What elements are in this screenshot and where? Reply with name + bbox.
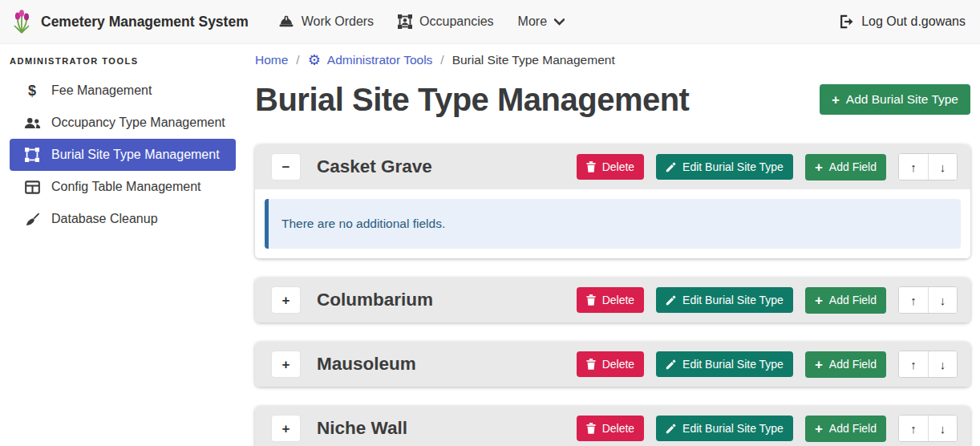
logout-icon (839, 14, 854, 29)
move-up-button[interactable]: ↑ (899, 351, 928, 377)
breadcrumb-admin-tools-link[interactable]: ⚙ Administrator Tools (308, 53, 433, 67)
add-field-button[interactable]: + Add Field (805, 416, 886, 442)
sidebar-item-fee-management[interactable]: $ Fee Management (10, 75, 236, 107)
edit-burial-site-type-button[interactable]: Edit Burial Site Type (656, 287, 793, 313)
delete-button[interactable]: Delete (577, 287, 644, 313)
app-title: Cemetery Management System (41, 14, 249, 30)
reorder-buttons: ↑ ↓ (898, 153, 958, 180)
reorder-buttons: ↑ ↓ (898, 351, 958, 378)
table-icon (23, 180, 41, 194)
delete-label: Delete (602, 358, 634, 371)
add-field-button[interactable]: + Add Field (805, 351, 886, 378)
move-down-button[interactable]: ↓ (928, 287, 957, 313)
main-content: Home / ⚙ Administrator Tools / Burial Si… (249, 44, 980, 446)
breadcrumb-home-link[interactable]: Home (255, 53, 288, 67)
edit-label: Edit Burial Site Type (682, 294, 784, 306)
occupancy-frame-icon (398, 14, 412, 29)
nav-label: More (518, 14, 547, 29)
plus-icon: + (815, 160, 823, 174)
card-actions: Delete Edit Burial Site Type (577, 351, 958, 378)
pencil-icon (666, 295, 676, 306)
burial-site-type-card: − Casket Grave Delete (255, 144, 970, 258)
expand-toggle-button[interactable]: + (271, 351, 301, 378)
sidebar-heading: ADMINISTRATOR TOOLS (0, 50, 249, 75)
add-field-button[interactable]: + Add Field (805, 287, 886, 314)
delete-label: Delete (602, 160, 634, 173)
broom-icon (23, 212, 41, 226)
expand-toggle-button[interactable]: + (271, 415, 301, 442)
trash-icon (586, 294, 596, 306)
move-up-button[interactable]: ↑ (899, 287, 928, 313)
edit-label: Edit Burial Site Type (682, 160, 784, 173)
trash-icon (586, 161, 596, 172)
nav-label: Work Orders (302, 14, 374, 29)
expand-toggle-button[interactable]: + (271, 286, 301, 314)
breadcrumb-separator: / (440, 53, 443, 67)
sidebar-item-label: Occupancy Type Management (51, 116, 225, 130)
collapse-toggle-button[interactable]: − (271, 153, 301, 180)
move-up-button[interactable]: ↑ (899, 154, 928, 180)
sidebar-item-config-table-management[interactable]: Config Table Management (10, 171, 236, 203)
add-field-label: Add Field (829, 160, 877, 173)
trash-icon (586, 423, 596, 434)
card-actions: Delete Edit Burial Site Type (577, 153, 958, 180)
sidebar-item-occupancy-type-management[interactable]: Occupancy Type Management (10, 107, 236, 139)
page-title: Burial Site Type Management (255, 79, 689, 120)
nav-label: Occupancies (419, 14, 494, 29)
sidebar-item-database-cleanup[interactable]: Database Cleanup (10, 203, 236, 235)
tulip-logo-icon (11, 10, 32, 34)
logout-button[interactable]: Log Out d.gowans (839, 14, 966, 29)
delete-button[interactable]: Delete (577, 351, 644, 377)
add-burial-site-type-label: Add Burial Site Type (846, 92, 958, 107)
reorder-buttons: ↑ ↓ (898, 415, 958, 442)
sidebar-item-label: Database Cleanup (51, 212, 158, 226)
delete-label: Delete (602, 294, 634, 306)
logout-label: Log Out d.gowans (861, 14, 966, 29)
edit-burial-site-type-button[interactable]: Edit Burial Site Type (656, 154, 793, 180)
dollar-icon: $ (23, 83, 41, 99)
move-down-button[interactable]: ↓ (928, 416, 957, 441)
card-header: − Casket Grave Delete (255, 144, 970, 189)
chevron-down-icon (554, 18, 565, 26)
card-actions: Delete Edit Burial Site Type (577, 415, 958, 442)
nav-more[interactable]: More (506, 14, 577, 29)
burial-site-type-card: + Mausoleum Delete (255, 342, 970, 387)
edit-burial-site-type-button[interactable]: Edit Burial Site Type (656, 351, 793, 377)
nav-occupancies[interactable]: Occupancies (386, 14, 506, 29)
gear-icon: ⚙ (308, 53, 321, 67)
sidebar-item-label: Burial Site Type Management (51, 148, 220, 162)
edit-burial-site-type-button[interactable]: Edit Burial Site Type (656, 416, 793, 441)
add-burial-site-type-button[interactable]: + Add Burial Site Type (820, 84, 970, 115)
pencil-icon (666, 162, 676, 172)
sidebar-item-label: Fee Management (51, 83, 152, 98)
delete-button[interactable]: Delete (577, 416, 644, 441)
edit-label: Edit Burial Site Type (682, 422, 784, 435)
sidebar: ADMINISTRATOR TOOLS $ Fee Management Occ… (0, 44, 249, 446)
reorder-buttons: ↑ ↓ (898, 286, 958, 314)
add-field-label: Add Field (829, 294, 877, 306)
edit-label: Edit Burial Site Type (682, 358, 784, 371)
move-up-button[interactable]: ↑ (899, 416, 928, 441)
card-title: Casket Grave (317, 156, 432, 177)
app-brand[interactable]: Cemetery Management System (11, 10, 249, 34)
burial-site-type-card: + Niche Wall Delete (255, 406, 970, 446)
plus-icon: + (815, 294, 823, 307)
card-header: + Mausoleum Delete (255, 342, 970, 387)
sidebar-item-burial-site-type-management[interactable]: Burial Site Type Management (10, 139, 236, 171)
nav-work-orders[interactable]: Work Orders (266, 14, 386, 29)
users-icon (23, 116, 41, 130)
move-down-button[interactable]: ↓ (928, 154, 957, 180)
add-field-button[interactable]: + Add Field (805, 154, 886, 180)
burial-site-type-card: + Columbarium Delete (255, 278, 970, 322)
top-navbar: Cemetery Management System Work Orders (0, 0, 980, 44)
delete-button[interactable]: Delete (577, 154, 644, 180)
burial-site-type-list: − Casket Grave Delete (255, 144, 970, 446)
breadcrumb-current: Burial Site Type Management (452, 53, 615, 67)
move-down-button[interactable]: ↓ (928, 351, 957, 377)
trash-icon (586, 359, 596, 370)
no-fields-alert: There are no additional fields. (265, 199, 961, 249)
card-header: + Niche Wall Delete (255, 406, 970, 446)
card-header: + Columbarium Delete (255, 278, 970, 322)
breadcrumb-admin-tools-label: Administrator Tools (327, 53, 433, 67)
add-field-label: Add Field (829, 358, 877, 371)
